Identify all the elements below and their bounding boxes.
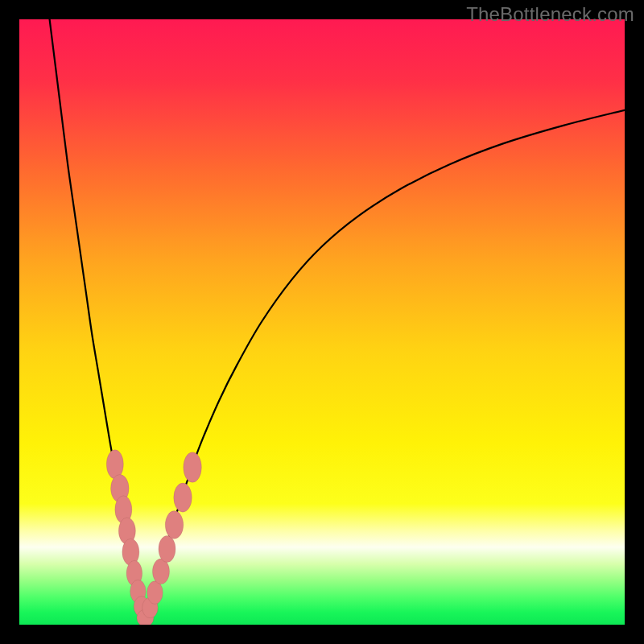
bottleneck-curve bbox=[19, 19, 625, 625]
bead bbox=[147, 581, 163, 605]
watermark-text: TheBottleneck.com bbox=[466, 3, 634, 26]
chart-frame: TheBottleneck.com bbox=[0, 0, 644, 644]
curve-right bbox=[145, 110, 625, 619]
bead-cluster bbox=[106, 450, 201, 625]
bead bbox=[184, 452, 202, 483]
bead bbox=[165, 511, 184, 539]
bead bbox=[159, 535, 175, 562]
bead bbox=[174, 483, 192, 512]
plot-area bbox=[19, 19, 625, 625]
